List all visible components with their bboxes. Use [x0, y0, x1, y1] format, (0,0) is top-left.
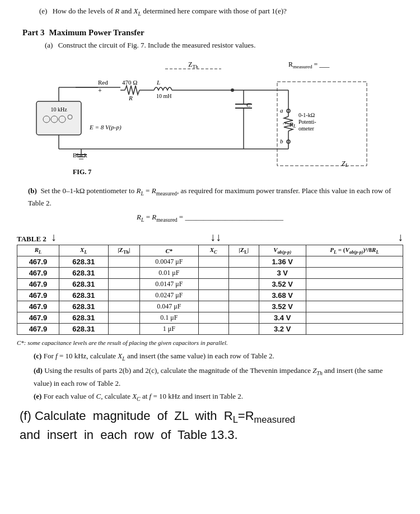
- part3e-section: (e) For each value of C, calculate XC at…: [17, 391, 403, 403]
- arrow-col1: ↓: [51, 231, 57, 244]
- circuit-diagram: ZTh Rmeasured = ___ Red + 10 kHz 470 Ω R: [31, 57, 389, 180]
- svg-text:0-1-kΩ: 0-1-kΩ: [298, 112, 315, 118]
- cell-pl: [306, 312, 403, 324]
- cell-vab: 3.4 V: [259, 312, 306, 324]
- cell-c: 0.0247 μF: [140, 290, 199, 301]
- cell-rl: 467.9: [17, 301, 59, 312]
- cell-zl: [228, 256, 259, 268]
- table2-section: TABLE 2 ↓ ↓ ↓ ↓ RL XL |ZTh| C* XC |ZL| V…: [17, 231, 403, 335]
- cell-xl: 628.31: [59, 268, 108, 279]
- arrow-col5: ↓: [216, 231, 221, 244]
- part3b-text: Set the 0–1-kΩ potentiometer to RL = Rme…: [28, 186, 391, 207]
- svg-text:Rmeasured = ___: Rmeasured = ___: [288, 60, 330, 69]
- table-row: 467.9628.310.0147 μF3.52 V: [17, 279, 403, 290]
- svg-text:10 mH: 10 mH: [156, 93, 172, 99]
- cell-zl: [228, 290, 259, 301]
- cell-pl: [306, 268, 403, 279]
- cell-rl: 467.9: [17, 256, 59, 268]
- cell-xc: [198, 324, 228, 335]
- svg-text:470 Ω: 470 Ω: [122, 79, 137, 86]
- cell-xc: [198, 268, 228, 279]
- cell-pl: [306, 290, 403, 301]
- cell-rl: 467.9: [17, 268, 59, 279]
- cell-pl: [306, 279, 403, 290]
- part-e-label: (e): [39, 7, 47, 15]
- table-row: 467.9628.310.1 μF3.4 V: [17, 312, 403, 324]
- svg-text:ometer: ometer: [298, 125, 314, 132]
- svg-text:+: +: [98, 87, 102, 95]
- cell-zth: [108, 301, 139, 312]
- cell-xl: 628.31: [59, 290, 108, 301]
- table-row: 467.9628.311 μF3.2 V: [17, 324, 403, 335]
- cell-zl: [228, 324, 259, 335]
- col-zth-header: |ZTh|: [108, 245, 139, 256]
- table-row: 467.9628.310.01 μF3 V: [17, 268, 403, 279]
- svg-text:R: R: [128, 95, 133, 101]
- arrow-col7: ↓: [398, 231, 403, 244]
- col-xc-header: XC: [198, 245, 228, 256]
- svg-text:Red: Red: [98, 79, 108, 86]
- cell-zth: [108, 324, 139, 335]
- part-e-question: How do the levels of R and XL determined…: [53, 7, 287, 15]
- cell-xc: [198, 312, 228, 324]
- data-table: RL XL |ZTh| C* XC |ZL| Vab(p-p) PL = (Va…: [17, 245, 403, 335]
- cell-pl: [306, 256, 403, 268]
- col-vab-header: Vab(p-p): [259, 245, 306, 256]
- cell-zl: [228, 301, 259, 312]
- cell-c: 0.047 μF: [140, 301, 199, 312]
- part3-title: Maximum Power Transfer: [49, 28, 144, 38]
- table-row: 467.9628.310.0047 μF1.36 V: [17, 256, 403, 268]
- cell-rl: 467.9: [17, 279, 59, 290]
- cell-xl: 628.31: [59, 324, 108, 335]
- cell-zl: [228, 312, 259, 324]
- cell-vab: 3 V: [259, 268, 306, 279]
- cell-zl: [228, 279, 259, 290]
- cell-zth: [108, 256, 139, 268]
- svg-text:E = 8 V(p-p): E = 8 V(p-p): [89, 124, 122, 131]
- part3b-label: (b): [28, 186, 37, 195]
- part3a-text: Construct the circuit of Fig. 7. Include…: [58, 41, 256, 49]
- cell-zl: [228, 268, 259, 279]
- cell-c: 0.01 μF: [140, 268, 199, 279]
- handwritten-section: (f) Calculate magnitude of ZL with RL=Rm…: [17, 408, 403, 443]
- cell-c: 0.0047 μF: [140, 256, 199, 268]
- handwritten-line1: (f) Calculate magnitude of ZL with RL=Rm…: [20, 408, 403, 426]
- col-rl-header: RL: [17, 245, 59, 256]
- col-c-header: C*: [140, 245, 199, 256]
- cell-xc: [198, 279, 228, 290]
- cell-zth: [108, 279, 139, 290]
- part3b-section: (b) Set the 0–1-kΩ potentiometer to RL =…: [17, 185, 403, 209]
- cell-xc: [198, 290, 228, 301]
- cell-xl: 628.31: [59, 312, 108, 324]
- svg-text:10 kHz: 10 kHz: [50, 106, 67, 113]
- cell-c: 0.0147 μF: [140, 279, 199, 290]
- cell-c: 1 μF: [140, 324, 199, 335]
- cell-pl: [306, 301, 403, 312]
- cell-rl: 467.9: [17, 312, 59, 324]
- part3a-label: (a): [45, 41, 53, 49]
- rl-rmeas-line: RL = Rmeasured = _______________________…: [17, 213, 403, 223]
- col-zl-header: |ZL|: [228, 245, 259, 256]
- table-row: 467.9628.310.047 μF3.52 V: [17, 301, 403, 312]
- svg-text:ZL: ZL: [342, 160, 348, 168]
- table2-label: TABLE 2: [17, 235, 46, 244]
- cell-zth: [108, 290, 139, 301]
- cell-xl: 628.31: [59, 279, 108, 290]
- svg-text:L: L: [156, 79, 160, 86]
- part3d-section: (d) Using the results of parts 2(b) and …: [17, 365, 403, 389]
- svg-text:a: a: [280, 107, 283, 114]
- cell-rl: 467.9: [17, 324, 59, 335]
- col-pl-header: PL = (Vab(p-p))²/8RL: [306, 245, 403, 256]
- cell-xc: [198, 301, 228, 312]
- cell-pl: [306, 324, 403, 335]
- col-xl-header: XL: [59, 245, 108, 256]
- cell-xc: [198, 256, 228, 268]
- arrow-col4: ↓: [210, 231, 216, 244]
- cell-zth: [108, 312, 139, 324]
- svg-text:C: C: [246, 101, 251, 108]
- cell-rl: 467.9: [17, 290, 59, 301]
- cell-xl: 628.31: [59, 256, 108, 268]
- part3c-section: (c) For f = 10 kHz, calculate XL and ins…: [17, 351, 403, 363]
- cell-vab: 3.52 V: [259, 301, 306, 312]
- part-e-section: (e) How do the levels of R and XL determ…: [17, 6, 403, 18]
